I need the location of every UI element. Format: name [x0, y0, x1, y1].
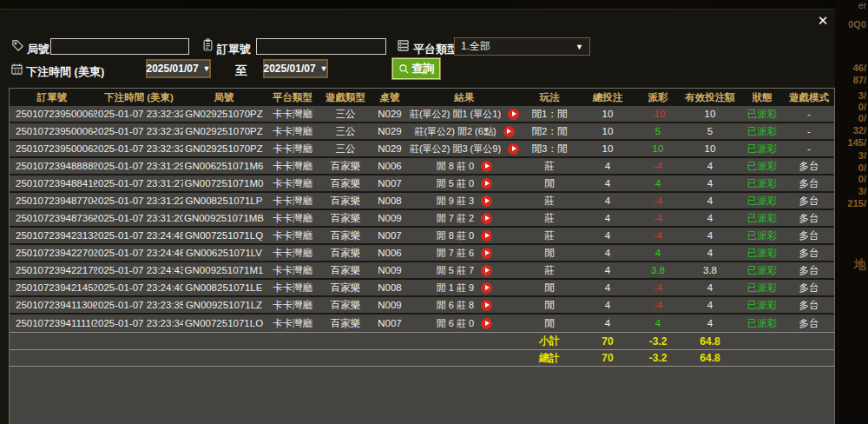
cell-payout: -4 [636, 228, 680, 243]
cell-order-no: 250107239500063 [10, 141, 95, 156]
sum-payout: -3.2 [636, 350, 680, 366]
table-row[interactable]: 250107239422175 2025-01-07 23:24:43 GN00… [10, 262, 834, 280]
sum-empty [183, 333, 265, 349]
close-icon[interactable]: ✕ [814, 12, 832, 30]
bet-history-table: 訂單號下注時間 (美東)局號平台類型遊戲類型桌號結果玩法總投注派彩有效投注額狀態… [9, 88, 835, 424]
play-video-icon[interactable] [481, 282, 492, 294]
table-row[interactable]: 250107239500064 2025-01-07 23:32:32 GN02… [10, 123, 834, 141]
cell-valid-bet: 4 [680, 228, 740, 243]
cell-result: 莊(單公2) 閒2 (6點) [409, 123, 520, 139]
cell-result: 閒 8 莊 0 [409, 228, 520, 243]
sum-payout: -3.2 [636, 333, 680, 349]
play-video-icon[interactable] [481, 230, 492, 242]
table-row[interactable]: 250107239500063 2025-01-07 23:32:32 GN02… [10, 141, 834, 158]
table-row[interactable]: 250107239488410 2025-01-07 23:31:27 GN00… [10, 176, 834, 193]
cell-game-type: 三公 [320, 123, 371, 139]
table-row[interactable]: 250107239488885 2025-01-07 23:31:29 GN00… [10, 158, 834, 176]
column-header: 訂單號 [10, 89, 95, 106]
cell-play-type: 閒3：閒 [520, 141, 579, 156]
date-from-select[interactable]: 2025/01/07 ▼ [146, 59, 211, 78]
sum-empty [784, 333, 834, 349]
result-text: 閒 8 莊 0 [437, 160, 474, 173]
cell-status: 已派彩 [740, 123, 784, 139]
cell-total-bet: 4 [579, 315, 636, 332]
cell-total-bet: 4 [579, 262, 636, 278]
table-row[interactable]: 250107239487368 2025-01-07 23:31:20 GN00… [10, 210, 834, 228]
search-icon [398, 63, 410, 75]
table-row[interactable]: 250107239411110 2025-01-07 23:23:34 GN00… [10, 315, 834, 332]
sum-empty [371, 350, 409, 366]
cell-game-mode: 多台 [784, 262, 834, 278]
cell-game-type: 百家樂 [320, 297, 371, 313]
play-video-icon[interactable] [481, 248, 492, 259]
play-video-icon[interactable] [508, 143, 519, 155]
sum-empty [784, 350, 834, 366]
cell-order-no: 250107239423133 [10, 228, 95, 243]
table-row[interactable]: 250107239422702 2025-01-07 23:24:46 GN00… [10, 245, 834, 262]
date-to-select[interactable]: 2025/01/07 ▼ [263, 59, 328, 78]
cell-game-mode: 多台 [784, 193, 834, 209]
date-from-value: 2025/01/07 [147, 63, 199, 75]
play-video-icon[interactable] [481, 318, 492, 329]
cell-game-mode: 多台 [784, 245, 834, 261]
cell-game-mode: 多台 [784, 210, 834, 226]
cell-total-bet: 4 [579, 245, 636, 261]
cell-table-no: N007 [371, 176, 409, 191]
platform-type-select[interactable]: 1.全部 ▼ [454, 37, 590, 56]
chevron-down-icon: ▼ [575, 43, 583, 51]
background-text-fragment: 0/ [858, 113, 866, 123]
column-header: 遊戲類型 [320, 89, 371, 106]
cell-result: 閒 6 莊 8 [409, 297, 520, 313]
cell-platform: 卡卡灣廳 [265, 158, 320, 174]
cell-play-type: 莊 [520, 193, 579, 209]
play-video-icon[interactable] [481, 265, 492, 276]
cell-table-no: N029 [371, 106, 409, 122]
play-video-icon[interactable] [481, 178, 492, 189]
result-text: 莊(單公2) 閒2 (6點) [414, 125, 496, 138]
cell-payout: 5 [636, 123, 680, 139]
cell-result: 閒 5 莊 7 [409, 262, 520, 278]
cell-bet-time: 2025-01-07 23:31:29 [95, 158, 183, 174]
cell-result: 閒 8 莊 0 [409, 158, 520, 174]
cell-total-bet: 4 [579, 297, 636, 313]
cell-bet-time: 2025-01-07 23:32:32 [95, 106, 183, 122]
cell-payout: -4 [636, 210, 680, 226]
cell-order-no: 250107239422175 [10, 262, 95, 278]
cell-table-no: N007 [371, 315, 409, 332]
play-video-icon[interactable] [503, 126, 515, 137]
cell-game-no: GN007251071LQ [183, 228, 265, 243]
sum-label: 小計 [520, 333, 579, 349]
cell-play-type: 閒 [520, 315, 579, 332]
play-video-icon[interactable] [481, 161, 492, 172]
sum-empty [740, 350, 784, 366]
cell-status: 已派彩 [740, 106, 784, 122]
play-video-icon[interactable] [481, 213, 492, 224]
game-no-input[interactable] [50, 38, 189, 55]
sum-empty [320, 333, 371, 349]
table-row[interactable]: 250107239411300 2025-01-07 23:23:35 GN00… [10, 297, 834, 315]
play-video-icon[interactable] [508, 109, 519, 120]
cell-game-no: GN006251071M6 [183, 158, 265, 174]
game-no-label: 局號 [27, 42, 49, 57]
cell-total-bet: 4 [579, 210, 636, 226]
cell-table-no: N029 [371, 141, 409, 156]
cell-result: 閒 5 莊 0 [409, 176, 520, 191]
cell-game-mode: 多台 [784, 228, 834, 243]
cell-bet-time: 2025-01-07 23:23:35 [95, 297, 183, 313]
table-row[interactable]: 250107239500065 2025-01-07 23:32:32 GN02… [10, 106, 834, 123]
cell-game-type: 百家樂 [320, 280, 371, 295]
play-video-icon[interactable] [481, 300, 492, 311]
cell-result: 莊(單公2) 閒3 (單公9) [409, 141, 520, 156]
table-row[interactable]: 250107239487704 2025-01-07 23:31:22 GN00… [10, 193, 834, 210]
cell-play-type: 閒 [520, 280, 579, 295]
table-row[interactable]: 250107239421452 2025-01-07 23:24:40 GN00… [10, 280, 834, 297]
cell-valid-bet: 4 [680, 210, 740, 226]
column-header: 遊戲模式 [784, 89, 834, 106]
background-text-fragment: 3/ [858, 150, 866, 161]
search-button[interactable]: 查詢 [392, 58, 440, 79]
cell-valid-bet: 4 [680, 245, 740, 261]
cell-platform: 卡卡灣廳 [265, 141, 320, 156]
table-row[interactable]: 250107239423133 2025-01-07 23:24:48 GN00… [10, 228, 834, 245]
play-video-icon[interactable] [481, 195, 492, 207]
order-no-input[interactable] [256, 38, 386, 55]
